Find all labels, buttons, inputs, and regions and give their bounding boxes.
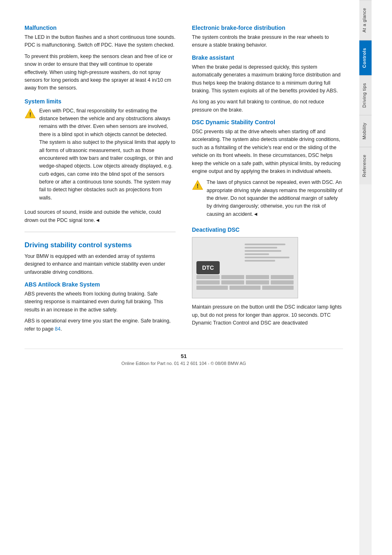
tab-reference[interactable]: Reference [359,147,372,184]
two-column-layout: Malfunction The LED in the button flashe… [24,25,343,336]
dtc-line-2 [245,247,277,248]
dtc-line-3 [245,250,281,252]
tab-controls[interactable]: Controls [359,40,372,75]
abs-page-link[interactable]: 84 [55,326,60,332]
right-column: Electronic brake-force distribution The … [192,25,343,336]
main-content: Malfunction The LED in the button flashe… [0,0,359,555]
dtc-caption: Maintain pressure on the button until th… [192,303,343,327]
dtc-line-1 [245,244,285,245]
dtc-cell [229,286,261,290]
brake-assistant-text2: As long as you want full braking to cont… [192,98,343,114]
dsc-warning-text: The laws of physics cannot be repealed, … [207,179,343,218]
driving-stability-heading: Driving stability control systems [24,241,176,249]
dsc-heading: DSC Dynamic Stability Control [192,119,343,125]
section-divider [24,232,176,232]
dsc-warning-triangle-icon: ! [192,179,203,191]
deactivating-dsc-heading: Deactivating DSC [192,226,343,233]
footer-text: Online Edition for Part no. 01 41 2 601 … [121,361,246,366]
tab-mobility[interactable]: Mobility [359,115,372,147]
electronic-brake-heading: Electronic brake-force distribution [192,25,343,31]
dtc-cell [221,280,245,284]
warning-triangle-icon: ! [24,108,36,119]
dsc-warning: ! The laws of physics cannot be repealed… [192,179,343,222]
dtc-cell [262,286,294,290]
brake-assistant-text1: When the brake pedal is depressed quickl… [192,63,343,95]
system-limits-heading: System limits [24,98,176,105]
dtc-cell [196,286,228,290]
electronic-brake-text: The system controls the brake pressure i… [192,34,343,49]
dtc-line-4 [245,253,269,255]
dtc-row-group [196,275,294,290]
abs-para-1: ABS prevents the wheels from locking dur… [24,290,176,314]
dtc-data-row-3 [196,286,294,290]
malfunction-heading: Malfunction [24,25,176,31]
svg-text:!: ! [197,183,199,189]
sidebar-tabs: At a glance Controls Driving tips Mobili… [359,0,372,555]
dtc-cell [196,280,220,284]
malfunction-para-1: The LED in the button flashes and a shor… [24,34,176,49]
dtc-line-6 [245,260,275,262]
page-number: 51 [24,353,343,359]
dtc-image: DTC [192,237,298,298]
left-column: Malfunction The LED in the button flashe… [24,25,176,336]
dtc-data-row-1 [196,275,294,279]
dtc-cell [196,275,220,279]
dtc-cell [246,275,269,279]
brake-assistant-heading: Brake assistant [192,54,343,61]
dtc-cell [271,275,294,279]
abs-para-2: ABS is operational every time you start … [24,317,176,333]
dtc-line-5 [245,257,290,258]
malfunction-para-2: To prevent this problem, keep the sensor… [24,53,176,92]
system-limits-closing: Loud sources of sound, inside and outsid… [24,208,176,224]
dtc-cell [246,280,269,284]
dtc-button-label: DTC [196,261,220,274]
dsc-intro: DSC prevents slip at the drive wheels wh… [192,128,343,175]
page-footer: 51 Online Edition for Part no. 01 41 2 6… [24,349,343,366]
system-limits-warning: ! Even with PDC, final responsibility fo… [24,107,176,206]
dtc-data-row-2 [196,280,294,284]
tab-at-a-glance[interactable]: At a glance [359,0,372,40]
driving-stability-intro: Your BMW is equipped with an extended ar… [24,253,176,276]
system-limits-warning-text: Even with PDC, final responsibility for … [39,107,176,202]
abs-heading: ABS Antilock Brake System [24,281,176,288]
dtc-cell [221,275,245,279]
tab-driving-tips[interactable]: Driving tips [359,75,372,115]
dtc-image-lines [245,244,290,262]
dtc-cell [271,280,294,284]
svg-text:!: ! [29,111,31,118]
